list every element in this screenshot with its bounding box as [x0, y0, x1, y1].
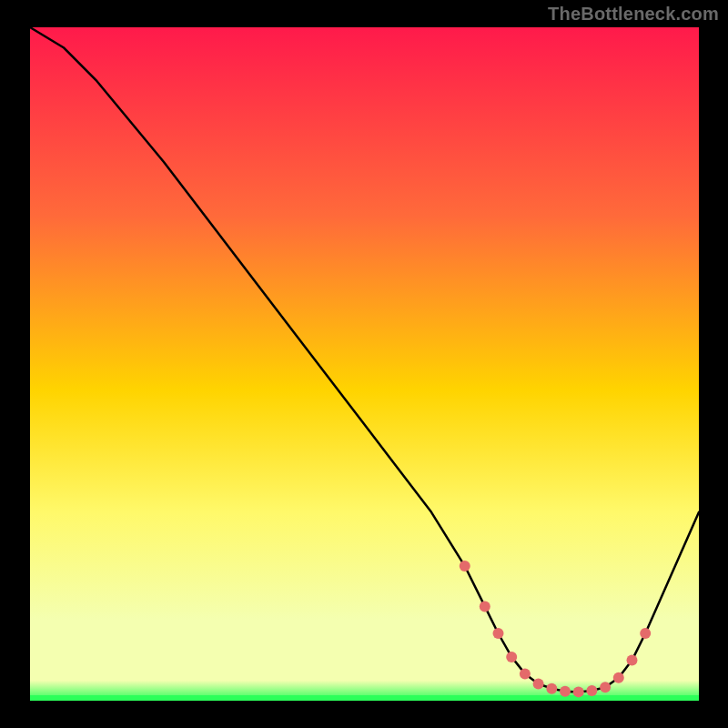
- curve-marker: [600, 682, 611, 693]
- curve-marker: [613, 672, 624, 683]
- curve-marker: [533, 679, 544, 690]
- curve-marker: [640, 628, 651, 639]
- curve-marker: [546, 683, 557, 694]
- curve-marker: [560, 686, 571, 697]
- svg-rect-0: [30, 27, 699, 701]
- curve-marker: [520, 668, 531, 679]
- curve-marker: [506, 652, 517, 662]
- chart-stage: TheBottleneck.com: [0, 0, 728, 728]
- curve-marker: [586, 685, 597, 696]
- curve-marker: [493, 628, 504, 639]
- chart-svg: [0, 0, 728, 728]
- watermark-label: TheBottleneck.com: [548, 4, 719, 25]
- curve-marker: [480, 601, 490, 612]
- curve-marker: [573, 686, 584, 697]
- curve-marker: [460, 561, 470, 571]
- curve-marker: [627, 655, 638, 666]
- svg-rect-1: [30, 695, 699, 701]
